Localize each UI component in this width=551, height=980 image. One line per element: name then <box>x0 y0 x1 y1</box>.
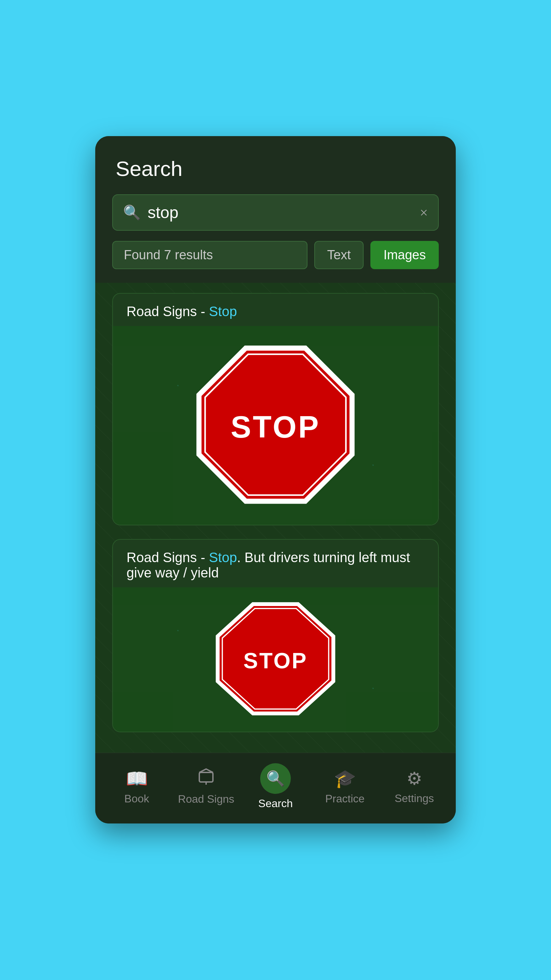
stop-sign-medium: STOP <box>211 601 340 718</box>
card-2-prefix: Road Signs - <box>127 550 209 565</box>
stop-sign-large: STOP <box>191 340 360 511</box>
nav-practice[interactable]: 🎓 Practice <box>310 768 380 805</box>
search-icon: 🔍 <box>123 204 141 221</box>
card-2-image: STOP <box>113 587 438 732</box>
nav-settings[interactable]: ⚙ Settings <box>380 768 449 805</box>
card-1-highlight: Stop <box>209 304 237 319</box>
nav-book[interactable]: 📖 Book <box>102 768 171 805</box>
nav-road-signs-label: Road Signs <box>178 793 234 805</box>
images-filter-button[interactable]: Images <box>370 241 439 269</box>
nav-practice-label: Practice <box>325 792 365 805</box>
nav-search-label: Search <box>258 797 292 810</box>
nav-search[interactable]: 🔍 Search <box>241 763 310 810</box>
nav-settings-label: Settings <box>395 792 434 805</box>
result-card-1[interactable]: Road Signs - Stop STOP <box>112 293 439 525</box>
search-bar-wrapper: 🔍 stop × <box>95 194 456 241</box>
search-results-list: Road Signs - Stop STOP Road Signs - Stop… <box>95 283 456 753</box>
result-card-2[interactable]: Road Signs - Stop. But drivers turning l… <box>112 539 439 732</box>
road-signs-icon <box>197 768 215 789</box>
card-2-label: Road Signs - Stop. But drivers turning l… <box>113 540 438 587</box>
svg-rect-6 <box>199 772 213 782</box>
practice-icon: 🎓 <box>334 768 356 789</box>
nav-book-label: Book <box>124 792 149 805</box>
phone-frame: Search 🔍 stop × Found 7 results Text Ima… <box>95 136 456 824</box>
search-bar[interactable]: 🔍 stop × <box>112 194 439 231</box>
bottom-nav: 📖 Book Road Signs 🔍 Search 🎓 Practice ⚙ <box>95 753 456 824</box>
book-icon: 📖 <box>126 768 148 789</box>
results-count: Found 7 results <box>112 241 308 269</box>
svg-text:STOP: STOP <box>243 649 308 673</box>
svg-text:STOP: STOP <box>230 410 320 444</box>
search-input[interactable]: stop <box>148 203 413 222</box>
results-row: Found 7 results Text Images <box>95 241 456 283</box>
search-nav-icon: 🔍 <box>260 763 291 794</box>
card-1-image: STOP <box>113 326 438 525</box>
card-2-highlight: Stop <box>209 550 237 565</box>
card-1-label: Road Signs - Stop <box>113 294 438 326</box>
text-filter-button[interactable]: Text <box>314 241 364 269</box>
app-header: Search <box>95 136 456 194</box>
clear-icon[interactable]: × <box>420 205 428 221</box>
card-1-prefix: Road Signs - <box>127 304 209 319</box>
svg-marker-7 <box>199 769 213 772</box>
app-screen-title: Search <box>116 156 435 181</box>
nav-road-signs[interactable]: Road Signs <box>171 768 241 805</box>
settings-icon: ⚙ <box>407 768 422 789</box>
